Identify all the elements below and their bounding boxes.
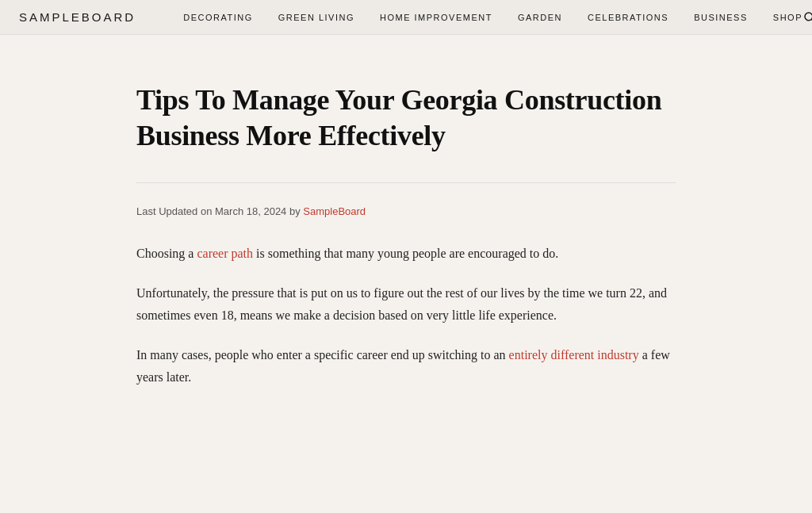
article-meta: Last Updated on March 18, 2024 by Sample… (136, 205, 676, 220)
nav-shop[interactable]: SHOP (773, 13, 802, 22)
main-nav: DECORATING GREEN LIVING HOME IMPROVEMENT… (136, 13, 802, 22)
nav-home-improvement[interactable]: HOME IMPROVEMENT (380, 13, 492, 22)
author-link[interactable]: SampleBoard (303, 205, 366, 217)
career-path-link[interactable]: career path (197, 247, 253, 260)
paragraph-2: Unfortunately, the pressure that is put … (136, 282, 676, 327)
article-body: Choosing a career path is something that… (136, 243, 676, 389)
svg-point-0 (805, 13, 812, 21)
paragraph-3: In many cases, people who enter a specif… (136, 344, 676, 389)
p2-text: Unfortunately, the pressure that is put … (136, 286, 667, 322)
article-title: Tips To Manage Your Georgia Construction… (136, 82, 676, 154)
search-icon (802, 10, 812, 25)
divider (136, 182, 676, 183)
p3-before: In many cases, people who enter a specif… (136, 348, 509, 362)
site-logo[interactable]: SAMPLEBOARD (19, 10, 136, 24)
article-main: Tips To Manage Your Georgia Construction… (121, 35, 691, 438)
paragraph-1: Choosing a career path is something that… (136, 243, 676, 265)
different-industry-link[interactable]: entirely different industry (509, 348, 639, 362)
nav-business[interactable]: BUSINESS (694, 13, 748, 22)
nav-celebrations[interactable]: CELEBRATIONS (588, 13, 668, 22)
search-button[interactable] (802, 10, 812, 25)
nav-green-living[interactable]: GREEN LIVING (278, 13, 354, 22)
meta-prefix: Last Updated on March 18, 2024 by (136, 205, 303, 217)
p1-after: is something that many young people are … (253, 247, 558, 260)
nav-decorating[interactable]: DECORATING (183, 13, 253, 22)
nav-garden[interactable]: GARDEN (518, 13, 562, 22)
p1-before: Choosing a (136, 247, 197, 260)
site-header: SAMPLEBOARD DECORATING GREEN LIVING HOME… (0, 0, 812, 35)
